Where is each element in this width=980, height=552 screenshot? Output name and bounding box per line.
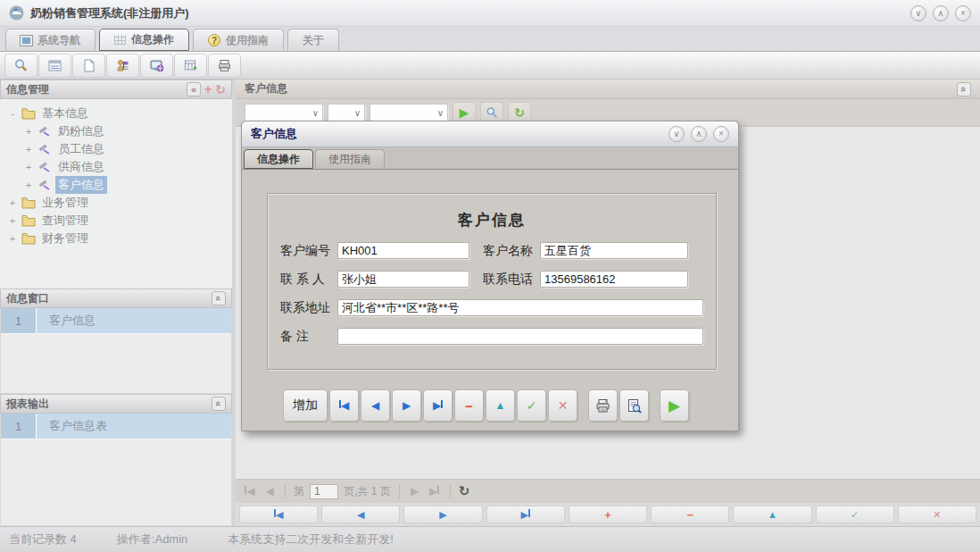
prev-record-button[interactable]: ◀ (321, 506, 400, 523)
customer-name-input[interactable] (540, 242, 688, 259)
table-export-icon (183, 58, 198, 73)
tree-item-employee-info[interactable]: + 员工信息 (7, 140, 232, 158)
last-page-icon[interactable]: ▶ (428, 485, 442, 498)
dialog-maximize-button[interactable]: ∧ (691, 126, 707, 142)
collapse-up-icon[interactable]: « (212, 397, 226, 411)
tab-system-nav[interactable]: 系统导航 (5, 29, 96, 51)
tree-label[interactable]: 查询管理 (39, 212, 91, 230)
edit-record-button[interactable]: ▲ (733, 506, 811, 523)
report-output-row[interactable]: 1 客户信息表 (1, 414, 231, 439)
window-minimize-button[interactable]: ∨ (910, 5, 926, 21)
tree-item-supplier-info[interactable]: + 供商信息 (7, 158, 232, 176)
cancel-button[interactable]: ✕ (548, 389, 577, 422)
last-record-button[interactable]: ▶ (486, 506, 565, 523)
dialog-tab-user-guide[interactable]: 使用指南 (315, 149, 385, 169)
first-icon: ◀ (339, 399, 349, 412)
info-manage-title: 信息管理 (6, 82, 184, 97)
add-record-button[interactable]: + (569, 506, 647, 523)
expander-icon[interactable]: + (7, 197, 18, 208)
tree-label[interactable]: 基本信息 (39, 105, 91, 122)
remark-input[interactable] (337, 328, 703, 345)
filter-value-select[interactable]: ∨ (370, 104, 448, 122)
document-button[interactable] (72, 54, 105, 78)
first-record-button[interactable]: ◀ (239, 506, 318, 523)
window-maximize-button[interactable]: ∧ (933, 5, 949, 21)
expander-icon[interactable]: + (23, 126, 34, 137)
cancel-record-button[interactable]: ✕ (898, 506, 976, 523)
dialog-titlebar[interactable]: 客户信息 ∨ ∧ × (242, 121, 738, 147)
info-window-row[interactable]: 1 客户信息 (1, 308, 231, 334)
expander-icon[interactable]: + (23, 180, 34, 190)
tree-item-basic-info[interactable]: - 基本信息 (7, 105, 232, 122)
next-record-button[interactable]: ▶ (392, 389, 421, 422)
confirm-button[interactable]: ✓ (517, 389, 546, 422)
expander-icon[interactable]: - (7, 108, 18, 119)
customer-code-input[interactable] (337, 242, 469, 259)
monitor-button[interactable] (140, 54, 173, 78)
tree-label[interactable]: 员工信息 (55, 140, 107, 158)
collapse-left-icon[interactable]: « (187, 82, 201, 96)
dialog-tab-info-operation[interactable]: 信息操作 (244, 149, 313, 169)
titlebar: 奶粉销售管理系统(非注册用户) ∨ ∧ × (0, 0, 980, 27)
delete-record-button[interactable]: − (651, 506, 729, 523)
delete-record-button[interactable]: − (454, 389, 484, 422)
tab-about[interactable]: 关于 (287, 29, 339, 51)
tree-label[interactable]: 奶粉信息 (55, 122, 107, 140)
first-page-icon[interactable]: ◀ (243, 485, 257, 498)
tree-item-query-manage[interactable]: + 查询管理 (7, 212, 232, 230)
edit-record-button[interactable]: ▲ (486, 389, 515, 422)
chevron-down-icon: ∨ (437, 108, 444, 118)
prev-page-icon[interactable]: ◀ (262, 485, 277, 498)
refresh-tree-icon[interactable]: ↻ (215, 82, 226, 96)
info-window-list: 1 客户信息 (0, 308, 232, 394)
contact-person-input[interactable] (337, 271, 469, 288)
print-preview-button[interactable] (619, 389, 649, 422)
add-button[interactable]: 增加 (283, 389, 328, 422)
chevron-down-icon: ∨ (354, 108, 361, 118)
filter-operator-select[interactable]: ∨ (328, 104, 365, 122)
table-export-button[interactable] (174, 54, 207, 78)
dialog-close-button[interactable]: × (713, 126, 729, 142)
printer-button[interactable] (208, 54, 241, 78)
tree-item-business-manage[interactable]: + 业务管理 (7, 194, 232, 212)
tree-label[interactable]: 供商信息 (55, 158, 107, 176)
user-report-button[interactable] (106, 54, 139, 78)
confirm-record-button[interactable]: ✓ (816, 506, 894, 523)
print-button[interactable] (588, 389, 618, 422)
main-tabstrip: 系统导航 信息操作 ? 使用指南 关于 (0, 27, 980, 52)
refresh-grid-icon[interactable]: ↻ (459, 483, 470, 499)
tree-label[interactable]: 业务管理 (39, 194, 91, 212)
expander-icon[interactable]: + (23, 162, 34, 172)
next-page-icon[interactable]: ▶ (408, 485, 422, 498)
search-button[interactable] (4, 54, 37, 78)
tree-item-milk-info[interactable]: + 奶粉信息 (7, 122, 232, 140)
tree-item-customer-info[interactable]: + 客户信息 (7, 176, 232, 194)
row-label[interactable]: 客户信息表 (37, 414, 231, 439)
contact-address-input[interactable] (337, 299, 703, 316)
expander-icon[interactable]: + (7, 233, 18, 244)
info-manage-header: 信息管理 « + ↻ (0, 79, 232, 99)
add-node-icon[interactable]: + (204, 82, 212, 96)
form-view-button[interactable] (38, 54, 71, 78)
play-icon: ▶ (669, 397, 680, 415)
tab-info-operation[interactable]: 信息操作 (99, 29, 189, 51)
dialog-minimize-button[interactable]: ∨ (669, 126, 685, 142)
collapse-up-icon[interactable]: « (212, 291, 226, 305)
contact-phone-input[interactable] (540, 271, 688, 288)
row-label[interactable]: 客户信息 (37, 308, 231, 333)
tree-label[interactable]: 财务管理 (39, 230, 91, 247)
first-record-button[interactable]: ◀ (329, 389, 359, 422)
tree-label-selected[interactable]: 客户信息 (55, 176, 107, 194)
tree-item-finance-manage[interactable]: + 财务管理 (7, 230, 232, 247)
window-close-button[interactable]: × (955, 5, 971, 21)
run-button[interactable]: ▶ (660, 389, 689, 422)
filter-field-select[interactable]: ∨ (245, 104, 323, 122)
page-number-input[interactable] (310, 484, 338, 499)
next-record-button[interactable]: ▶ (403, 506, 482, 523)
prev-record-button[interactable]: ◀ (361, 389, 390, 422)
collapse-up-icon[interactable]: « (957, 82, 971, 96)
expander-icon[interactable]: + (7, 215, 18, 226)
last-record-button[interactable]: ▶ (423, 389, 453, 422)
tab-user-guide[interactable]: ? 使用指南 (193, 29, 284, 51)
expander-icon[interactable]: + (23, 144, 34, 155)
